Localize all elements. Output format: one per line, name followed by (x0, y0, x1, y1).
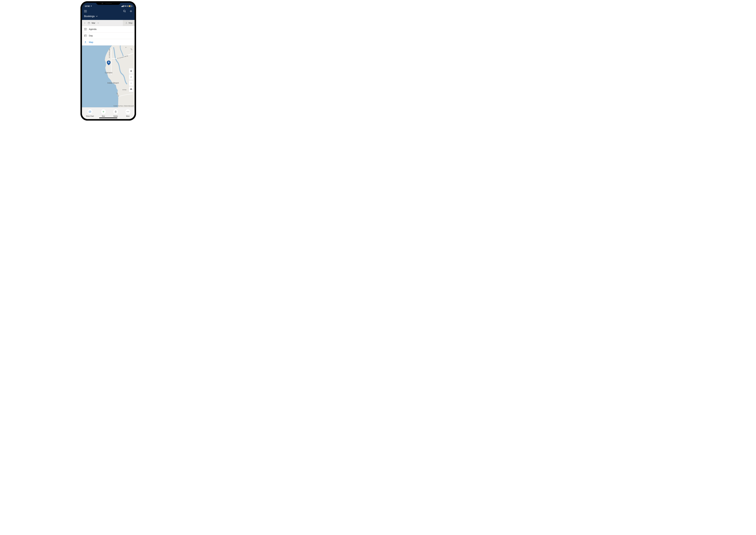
page-title-dropdown[interactable]: Bookings (82, 14, 134, 20)
search-button[interactable] (123, 10, 126, 13)
command-delete[interactable]: Delete (113, 109, 118, 117)
prev-month-button[interactable] (84, 22, 86, 24)
command-show-chart[interactable]: Show Chart (86, 109, 94, 117)
add-button[interactable] (130, 10, 132, 13)
command-label: More (126, 115, 130, 117)
place-label: Indian Beach (107, 82, 119, 84)
app-header: 12:52 5G E (82, 3, 134, 20)
map-pin-small-icon (125, 22, 128, 24)
more-dots-icon (127, 111, 129, 112)
command-label: Show Chart (86, 115, 94, 117)
svg-line-4 (125, 12, 126, 12)
plus-icon (130, 10, 132, 13)
svg-marker-26 (130, 70, 132, 72)
map-toggle-label: Map (129, 22, 132, 24)
chevron-down-icon (96, 16, 98, 17)
view-option-label: Agenda (89, 28, 97, 30)
map-icon (84, 41, 87, 43)
view-option-agenda[interactable]: Agenda (82, 26, 134, 33)
road-label: P (126, 47, 127, 48)
trash-icon (115, 110, 117, 113)
plus-icon (102, 110, 104, 113)
day-icon (84, 34, 87, 37)
command-new[interactable]: New (101, 109, 106, 117)
next-month-button[interactable] (97, 22, 99, 24)
svg-rect-22 (85, 36, 85, 36)
view-option-label: Day (89, 35, 93, 37)
phone-notch (96, 1, 120, 5)
hamburger-icon (84, 10, 87, 12)
command-label: Delete (113, 115, 118, 117)
svg-point-23 (85, 41, 86, 42)
battery-icon (129, 5, 132, 7)
svg-point-3 (124, 10, 125, 12)
svg-marker-30 (130, 88, 132, 90)
command-more[interactable]: More (125, 109, 131, 117)
map-controls (129, 68, 133, 92)
phone-frame: 12:52 5G E (80, 1, 136, 121)
agenda-icon (84, 28, 87, 31)
locate-diamond-icon (130, 70, 132, 72)
place-label: Camano (105, 71, 112, 74)
map-attribution: ©2020 TomTom, ©2019 Microsoft (113, 105, 134, 107)
svg-rect-34 (115, 111, 116, 113)
svg-point-13 (126, 22, 127, 23)
plus-icon (130, 76, 132, 78)
svg-rect-8 (88, 22, 90, 24)
perspective-icon (130, 88, 132, 90)
calendar-icon (88, 22, 90, 24)
phone-screen: 12:52 5G E (82, 3, 134, 119)
road-label: W Mor (123, 89, 127, 91)
home-indicator[interactable] (99, 118, 117, 118)
map-zoom-out-button[interactable] (129, 80, 133, 86)
map-zoom-in-button[interactable] (129, 74, 133, 80)
view-mode-list: Agenda Day Map (82, 26, 134, 45)
map-pin-icon (107, 61, 110, 65)
hamburger-menu-button[interactable] (84, 10, 87, 12)
page-title: Bookings (84, 15, 95, 18)
signal-icon (121, 5, 124, 7)
map-toggle-button[interactable]: Map (123, 20, 134, 26)
map-view[interactable]: SW Camano Dr W Camano Hill Rd Chr P W Mo… (82, 45, 134, 107)
map-land-shape (82, 45, 134, 107)
svg-point-40 (128, 111, 128, 112)
arrow-left-icon (84, 22, 86, 24)
map-pin[interactable] (107, 61, 110, 65)
map-locate-button[interactable] (129, 68, 133, 74)
map-tilt-button[interactable] (129, 86, 133, 92)
arrow-right-icon (97, 22, 99, 24)
view-option-map[interactable]: Map (82, 39, 134, 45)
minus-icon (130, 82, 132, 84)
network-label: 5G E (124, 5, 128, 7)
location-arrow-icon (90, 5, 92, 7)
command-bar: Show Chart New Delete More (82, 107, 134, 119)
top-toolbar (82, 9, 134, 14)
month-nav-bar: Mar Map (82, 20, 134, 26)
road-label: SW Camano Dr (109, 48, 110, 58)
chart-icon (89, 111, 91, 113)
search-icon (123, 10, 126, 13)
svg-point-41 (129, 111, 129, 112)
view-option-day[interactable]: Day (82, 33, 134, 39)
view-option-label: Map (89, 41, 93, 43)
svg-point-25 (108, 62, 109, 63)
status-time: 12:52 (85, 5, 90, 7)
svg-point-39 (127, 111, 127, 112)
command-label: New (102, 115, 105, 117)
month-label[interactable]: Mar (92, 22, 95, 24)
